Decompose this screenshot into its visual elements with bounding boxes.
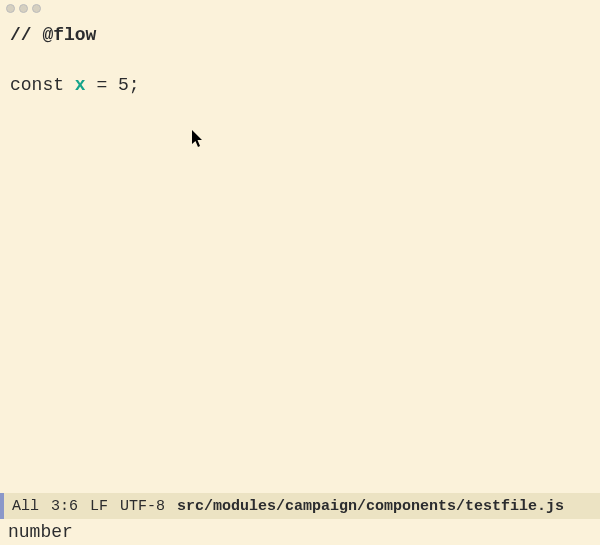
comment-token: // @flow xyxy=(10,25,96,45)
status-position: 3:6 xyxy=(51,498,78,515)
minibuffer-message: number xyxy=(8,522,73,542)
window-titlebar xyxy=(0,0,600,16)
status-encoding: UTF-8 xyxy=(120,498,165,515)
close-icon[interactable] xyxy=(6,4,15,13)
code-line: const x = 5; xyxy=(10,72,590,98)
code-line-blank xyxy=(10,48,590,72)
minimize-icon[interactable] xyxy=(19,4,28,13)
mouse-cursor-icon xyxy=(192,130,204,148)
editor-window: // @flow const x = 5; All 3:6 LF UTF-8 s… xyxy=(0,0,600,545)
status-mode: All xyxy=(12,498,39,515)
status-eol: LF xyxy=(90,498,108,515)
identifier-token: x xyxy=(75,75,86,95)
minibuffer[interactable]: number xyxy=(0,519,600,545)
code-editor[interactable]: // @flow const x = 5; xyxy=(0,16,600,493)
status-filepath: src/modules/campaign/components/testfile… xyxy=(177,498,564,515)
rest-token: = 5; xyxy=(86,75,140,95)
code-line: // @flow xyxy=(10,22,590,48)
status-bar: All 3:6 LF UTF-8 src/modules/campaign/co… xyxy=(0,493,600,519)
zoom-icon[interactable] xyxy=(32,4,41,13)
keyword-token: const xyxy=(10,75,75,95)
